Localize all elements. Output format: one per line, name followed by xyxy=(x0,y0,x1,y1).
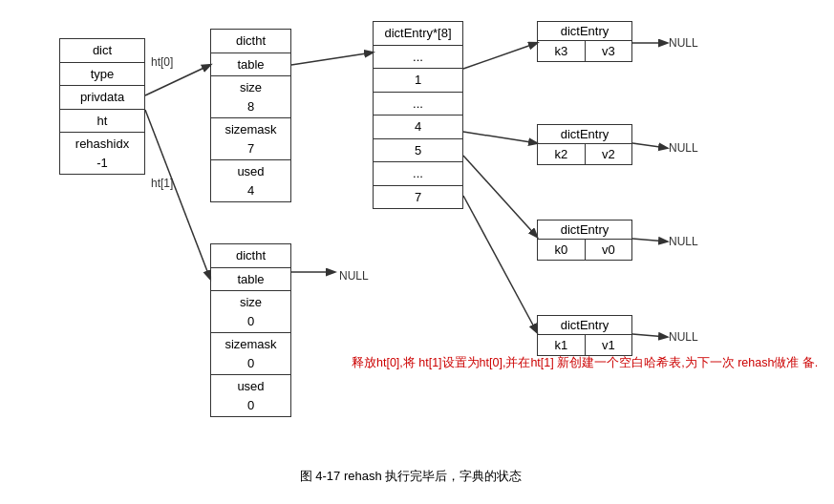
svg-line-0 xyxy=(145,65,210,95)
entry-k3v3-label: dictEntry xyxy=(538,22,631,41)
entry-k0v0-kv: k0 v0 xyxy=(538,240,631,260)
array-3: 4 xyxy=(374,116,462,139)
dictht0-box: dictht table size8 sizemask7 used4 xyxy=(210,29,291,202)
dictht0-used: used4 xyxy=(211,160,290,201)
entry-k1v1: dictEntry k1 v1 xyxy=(537,315,632,356)
dictht1-used: used0 xyxy=(211,375,290,416)
svg-line-2 xyxy=(291,52,373,65)
dict-label: dict xyxy=(60,39,144,63)
entry-k0v0-v: v0 xyxy=(586,240,632,260)
dictht1-box: dictht table size0 sizemask0 used0 xyxy=(210,243,291,417)
array-box: dictEntry*[8] ... 1 ... 4 5 ... 7 xyxy=(373,21,463,209)
svg-line-9 xyxy=(632,239,667,242)
entry-k3v3: dictEntry k3 v3 xyxy=(537,21,632,62)
entry-k0v0-label: dictEntry xyxy=(538,220,631,240)
ht0-label: ht[0] xyxy=(151,55,173,69)
entry-k1v1-label: dictEntry xyxy=(538,316,631,335)
svg-line-5 xyxy=(463,156,537,237)
dict-ht: ht xyxy=(60,110,144,134)
null-k2: NULL xyxy=(669,141,698,155)
entry-k2v2-label: dictEntry xyxy=(538,125,631,144)
null-table: NULL xyxy=(339,269,369,283)
svg-line-10 xyxy=(632,334,667,337)
array-6: 7 xyxy=(374,186,462,209)
dict-privdata: privdata xyxy=(60,86,144,110)
dict-type: type xyxy=(60,63,144,87)
null-k3: NULL xyxy=(669,36,698,50)
dictht1-label: dictht xyxy=(211,244,290,268)
array-1: 1 xyxy=(374,69,462,93)
svg-line-4 xyxy=(463,132,537,143)
dictht0-table: table xyxy=(211,53,290,77)
dictht1-sizemask: sizemask0 xyxy=(211,333,290,375)
entry-k3v3-k: k3 xyxy=(538,41,586,61)
entry-k1v1-kv: k1 v1 xyxy=(538,335,631,355)
figure-caption: 图 4-17 rehash 执行完毕后，字典的状态 xyxy=(172,468,650,485)
diagram: dict type privdata ht rehashidx-1 ht[0] … xyxy=(0,0,834,504)
entry-k0v0: dictEntry k0 v0 xyxy=(537,220,632,261)
array-label: dictEntry*[8] xyxy=(374,22,462,46)
dict-box: dict type privdata ht rehashidx-1 xyxy=(59,38,145,175)
ht1-label: ht[1] xyxy=(151,177,173,190)
entry-k2v2-kv: k2 v2 xyxy=(538,144,631,164)
array-4: 5 xyxy=(374,139,462,163)
caption-text: 图 4-17 rehash 执行完毕后，字典的状态 xyxy=(300,469,523,483)
svg-line-1 xyxy=(145,110,210,279)
array-5: ... xyxy=(374,162,462,186)
entry-k1v1-k: k1 xyxy=(538,335,586,355)
null-k1: NULL xyxy=(669,330,698,344)
svg-line-8 xyxy=(632,143,667,148)
entry-k3v3-kv: k3 v3 xyxy=(538,41,631,61)
dictht1-size: size0 xyxy=(211,291,290,333)
entry-k0v0-k: k0 xyxy=(538,240,586,260)
svg-line-3 xyxy=(463,43,537,69)
entry-k3v3-v: v3 xyxy=(586,41,632,61)
dictht1-table: table xyxy=(211,268,290,292)
entry-k1v1-v: v1 xyxy=(586,335,632,355)
dict-rehashidx: rehashidx-1 xyxy=(60,133,144,174)
array-0: ... xyxy=(374,46,462,70)
dictht0-size: size8 xyxy=(211,76,290,118)
dictht0-label: dictht xyxy=(211,30,290,53)
entry-k2v2-k: k2 xyxy=(538,144,586,164)
entry-k2v2-v: v2 xyxy=(586,144,632,164)
svg-line-6 xyxy=(463,196,537,332)
entry-k2v2: dictEntry k2 v2 xyxy=(537,124,632,165)
null-k0: NULL xyxy=(669,235,698,248)
red-annotation: 释放ht[0],将 ht[1]设置为ht[0],并在ht[1] 新创建一个空白哈… xyxy=(352,353,818,372)
dictht0-sizemask: sizemask7 xyxy=(211,118,290,160)
array-2: ... xyxy=(374,93,462,116)
